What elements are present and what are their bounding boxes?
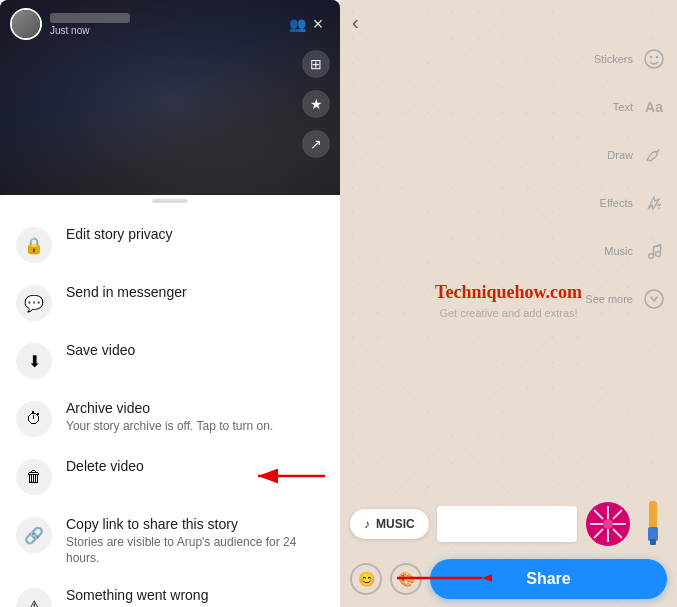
watermark-text: Techniquehow.com bbox=[435, 281, 582, 302]
left-panel: Just now 👥 × ⊞ ★ ↗ 🔒 Edit story privacy … bbox=[0, 0, 340, 607]
music-note-icon: ♪ bbox=[364, 517, 370, 531]
audience-icon: 👥 bbox=[289, 16, 306, 32]
text-label: Text bbox=[613, 101, 633, 113]
watermark-sub: Get creative and add extras! bbox=[435, 306, 582, 318]
send-messenger-text: Send in messenger bbox=[66, 283, 187, 301]
story-preview: Just now 👥 × ⊞ ★ ↗ bbox=[0, 0, 340, 195]
add-button[interactable]: ⊞ bbox=[302, 50, 330, 78]
something-wrong-text: Something went wrong bbox=[66, 586, 208, 604]
edit-privacy-label: Edit story privacy bbox=[66, 225, 173, 243]
share-arrow-annotation bbox=[392, 563, 492, 593]
menu-item-archive-video[interactable]: ⏱ Archive video Your story archive is of… bbox=[0, 389, 340, 447]
tool-music[interactable]: Music bbox=[585, 236, 669, 266]
red-arrow-svg bbox=[250, 462, 330, 490]
edit-privacy-text: Edit story privacy bbox=[66, 225, 173, 243]
sticker-svg bbox=[585, 501, 631, 547]
delete-video-text: Delete video bbox=[66, 457, 144, 475]
back-button[interactable]: ‹ bbox=[352, 11, 359, 34]
text-icon: Aa bbox=[639, 92, 669, 122]
svg-line-7 bbox=[654, 245, 661, 247]
music-button-label: MUSIC bbox=[376, 517, 415, 531]
bookmark-button[interactable]: ★ bbox=[302, 90, 330, 118]
right-panel: ‹ Stickers Text Aa Draw bbox=[340, 0, 677, 607]
save-video-icon: ⬇ bbox=[16, 343, 52, 379]
svg-point-6 bbox=[656, 252, 661, 257]
archive-video-label: Archive video bbox=[66, 399, 273, 417]
delete-video-label: Delete video bbox=[66, 457, 144, 475]
svg-rect-19 bbox=[649, 501, 657, 529]
delete-video-icon: 🗑 bbox=[16, 459, 52, 495]
delete-arrow-annotation bbox=[250, 462, 330, 490]
music-input[interactable] bbox=[437, 506, 577, 542]
bottom-sheet: 🔒 Edit story privacy 💬 Send in messenger… bbox=[0, 187, 340, 607]
menu-item-something-wrong[interactable]: ⚠ Something went wrong bbox=[0, 576, 340, 607]
story-top-bar: Just now 👥 × bbox=[0, 0, 340, 48]
close-button[interactable]: × bbox=[306, 12, 330, 36]
wa-top-bar: ‹ bbox=[340, 0, 677, 44]
see-more-icon bbox=[639, 284, 669, 314]
music-label: Music bbox=[604, 245, 633, 257]
tool-draw[interactable]: Draw bbox=[585, 140, 669, 170]
svg-point-5 bbox=[649, 254, 654, 259]
svg-point-4 bbox=[656, 56, 658, 58]
svg-rect-21 bbox=[650, 539, 656, 545]
save-video-text: Save video bbox=[66, 341, 135, 359]
share-arrow-button[interactable]: ↗ bbox=[302, 130, 330, 158]
tool-see-more[interactable]: See more bbox=[585, 284, 669, 314]
svg-point-3 bbox=[650, 56, 652, 58]
something-wrong-label: Something went wrong bbox=[66, 586, 208, 604]
svg-point-8 bbox=[645, 290, 663, 308]
edit-privacy-icon: 🔒 bbox=[16, 227, 52, 263]
archive-video-icon: ⏱ bbox=[16, 401, 52, 437]
tool-stickers[interactable]: Stickers bbox=[585, 44, 669, 74]
see-more-label: See more bbox=[585, 293, 633, 305]
copy-link-text: Copy link to share this story Stories ar… bbox=[66, 515, 324, 566]
menu-item-copy-link[interactable]: 🔗 Copy link to share this story Stories … bbox=[0, 505, 340, 576]
music-button[interactable]: ♪ MUSIC bbox=[350, 509, 429, 539]
send-messenger-icon: 💬 bbox=[16, 285, 52, 321]
story-user-info: Just now bbox=[50, 13, 285, 36]
menu-item-delete-video[interactable]: 🗑 Delete video bbox=[0, 447, 340, 505]
sticker-decoration bbox=[585, 501, 631, 547]
draw-icon bbox=[639, 140, 669, 170]
effects-icon bbox=[639, 188, 669, 218]
tool-text[interactable]: Text Aa bbox=[585, 92, 669, 122]
tool-effects[interactable]: Effects bbox=[585, 188, 669, 218]
copy-link-sublabel: Stories are visible to Arup's audience f… bbox=[66, 535, 324, 566]
story-username bbox=[50, 13, 130, 23]
copy-link-label: Copy link to share this story bbox=[66, 515, 324, 533]
watermark-block: Techniquehow.com Get creative and add ex… bbox=[435, 281, 582, 318]
copy-link-icon: 🔗 bbox=[16, 517, 52, 553]
avatar-inner bbox=[12, 10, 40, 38]
avatar bbox=[10, 8, 42, 40]
stickers-label: Stickers bbox=[594, 53, 633, 65]
wa-tools-panel: Stickers Text Aa Draw bbox=[585, 44, 669, 314]
story-time: Just now bbox=[50, 25, 285, 36]
share-button-label: Share bbox=[526, 570, 570, 588]
something-wrong-icon: ⚠ bbox=[16, 588, 52, 607]
svg-point-2 bbox=[645, 50, 663, 68]
save-video-label: Save video bbox=[66, 341, 135, 359]
brush-decoration bbox=[639, 501, 667, 547]
music-icon bbox=[639, 236, 669, 266]
effects-label: Effects bbox=[600, 197, 633, 209]
draw-label: Draw bbox=[607, 149, 633, 161]
menu-item-send-messenger[interactable]: 💬 Send in messenger bbox=[0, 273, 340, 331]
share-red-arrow-svg bbox=[392, 563, 492, 593]
menu-item-edit-privacy[interactable]: 🔒 Edit story privacy bbox=[0, 215, 340, 273]
archive-video-sublabel: Your story archive is off. Tap to turn o… bbox=[66, 419, 273, 435]
story-actions: ⊞ ★ ↗ bbox=[302, 50, 330, 158]
menu-item-save-video[interactable]: ⬇ Save video bbox=[0, 331, 340, 389]
brush-svg bbox=[639, 501, 667, 547]
emoji-button[interactable]: 😊 bbox=[350, 563, 382, 595]
svg-point-18 bbox=[603, 519, 613, 529]
sheet-handle bbox=[152, 199, 188, 203]
stickers-icon bbox=[639, 44, 669, 74]
svg-rect-20 bbox=[648, 527, 658, 541]
music-bar: ♪ MUSIC bbox=[350, 501, 667, 547]
send-messenger-label: Send in messenger bbox=[66, 283, 187, 301]
archive-video-text: Archive video Your story archive is off.… bbox=[66, 399, 273, 435]
